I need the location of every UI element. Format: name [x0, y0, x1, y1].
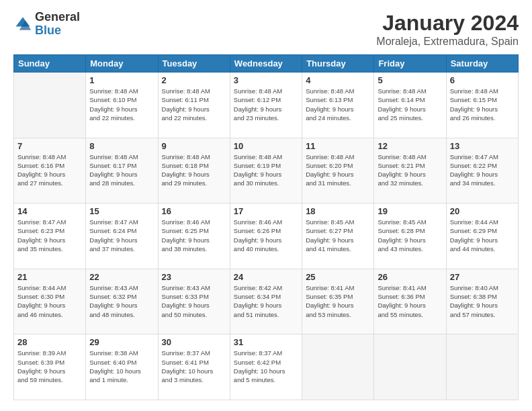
calendar-cell: 13Sunrise: 8:47 AMSunset: 6:22 PMDayligh…: [446, 138, 518, 203]
week-row-0: 1Sunrise: 8:48 AMSunset: 6:10 PMDaylight…: [14, 73, 519, 138]
week-row-4: 28Sunrise: 8:39 AMSunset: 6:39 PMDayligh…: [14, 334, 519, 400]
calendar-cell: 28Sunrise: 8:39 AMSunset: 6:39 PMDayligh…: [14, 334, 86, 400]
day-info: Sunrise: 8:38 AMSunset: 6:40 PMDaylight:…: [89, 349, 154, 384]
day-number: 16: [162, 206, 226, 216]
calendar-cell: 9Sunrise: 8:48 AMSunset: 6:18 PMDaylight…: [158, 138, 230, 203]
calendar-cell: 27Sunrise: 8:40 AMSunset: 6:38 PMDayligh…: [446, 269, 518, 334]
day-info: Sunrise: 8:47 AMSunset: 6:22 PMDaylight:…: [450, 152, 515, 188]
day-info: Sunrise: 8:44 AMSunset: 6:30 PMDaylight:…: [17, 283, 82, 319]
day-header-sunday: Sunday: [14, 55, 86, 73]
day-number: 1: [89, 75, 154, 85]
day-info: Sunrise: 8:43 AMSunset: 6:32 PMDaylight:…: [89, 283, 154, 319]
week-row-1: 7Sunrise: 8:48 AMSunset: 6:16 PMDaylight…: [14, 138, 519, 203]
day-number: 23: [162, 272, 226, 282]
day-info: Sunrise: 8:48 AMSunset: 6:14 PMDaylight:…: [378, 87, 442, 122]
day-number: 7: [17, 141, 82, 151]
calendar-cell: 15Sunrise: 8:47 AMSunset: 6:24 PMDayligh…: [86, 203, 158, 269]
day-number: 17: [234, 206, 298, 216]
day-header-wednesday: Wednesday: [230, 55, 302, 73]
calendar-cell: 31Sunrise: 8:37 AMSunset: 6:42 PMDayligh…: [230, 334, 302, 400]
calendar-cell: 12Sunrise: 8:48 AMSunset: 6:21 PMDayligh…: [374, 138, 446, 203]
calendar-cell: [446, 334, 518, 400]
day-number: 18: [306, 206, 370, 216]
subtitle: Moraleja, Extremadura, Spain: [376, 36, 519, 48]
day-info: Sunrise: 8:39 AMSunset: 6:39 PMDaylight:…: [17, 349, 82, 384]
day-info: Sunrise: 8:44 AMSunset: 6:29 PMDaylight:…: [450, 218, 515, 253]
calendar-cell: 8Sunrise: 8:48 AMSunset: 6:17 PMDaylight…: [86, 138, 158, 203]
day-number: 21: [17, 272, 82, 282]
day-number: 5: [378, 75, 442, 85]
day-info: Sunrise: 8:48 AMSunset: 6:11 PMDaylight:…: [162, 87, 226, 122]
day-info: Sunrise: 8:48 AMSunset: 6:21 PMDaylight:…: [378, 152, 442, 188]
day-info: Sunrise: 8:48 AMSunset: 6:18 PMDaylight:…: [162, 152, 226, 188]
calendar-cell: 20Sunrise: 8:44 AMSunset: 6:29 PMDayligh…: [446, 203, 518, 269]
day-number: 28: [17, 337, 82, 347]
day-number: 14: [17, 206, 82, 216]
calendar-cell: [14, 73, 86, 138]
day-info: Sunrise: 8:45 AMSunset: 6:27 PMDaylight:…: [306, 218, 370, 253]
calendar-cell: 21Sunrise: 8:44 AMSunset: 6:30 PMDayligh…: [14, 269, 86, 334]
calendar-cell: 17Sunrise: 8:46 AMSunset: 6:26 PMDayligh…: [230, 203, 302, 269]
calendar-cell: 3Sunrise: 8:48 AMSunset: 6:12 PMDaylight…: [230, 73, 302, 138]
week-row-3: 21Sunrise: 8:44 AMSunset: 6:30 PMDayligh…: [14, 269, 519, 334]
logo-text: General Blue: [35, 11, 80, 38]
calendar-cell: 14Sunrise: 8:47 AMSunset: 6:23 PMDayligh…: [14, 203, 86, 269]
calendar-cell: 6Sunrise: 8:48 AMSunset: 6:15 PMDaylight…: [446, 73, 518, 138]
day-number: 6: [450, 75, 515, 85]
calendar-cell: 2Sunrise: 8:48 AMSunset: 6:11 PMDaylight…: [158, 73, 230, 138]
day-number: 25: [306, 272, 370, 282]
day-info: Sunrise: 8:41 AMSunset: 6:36 PMDaylight:…: [378, 283, 442, 319]
day-info: Sunrise: 8:48 AMSunset: 6:12 PMDaylight:…: [234, 87, 298, 122]
day-number: 15: [89, 206, 154, 216]
day-info: Sunrise: 8:48 AMSunset: 6:20 PMDaylight:…: [306, 152, 370, 188]
day-number: 27: [450, 272, 515, 282]
calendar-cell: 16Sunrise: 8:46 AMSunset: 6:25 PMDayligh…: [158, 203, 230, 269]
day-info: Sunrise: 8:41 AMSunset: 6:35 PMDaylight:…: [306, 283, 370, 319]
main-title: January 2024: [376, 11, 519, 36]
calendar-cell: 29Sunrise: 8:38 AMSunset: 6:40 PMDayligh…: [86, 334, 158, 400]
day-number: 29: [89, 337, 154, 347]
day-info: Sunrise: 8:45 AMSunset: 6:28 PMDaylight:…: [378, 218, 442, 253]
day-info: Sunrise: 8:47 AMSunset: 6:24 PMDaylight:…: [89, 218, 154, 253]
day-info: Sunrise: 8:40 AMSunset: 6:38 PMDaylight:…: [450, 283, 515, 319]
title-area: January 2024 Moraleja, Extremadura, Spai…: [376, 11, 519, 48]
day-info: Sunrise: 8:48 AMSunset: 6:16 PMDaylight:…: [17, 152, 82, 188]
day-header-thursday: Thursday: [302, 55, 374, 73]
calendar: SundayMondayTuesdayWednesdayThursdayFrid…: [13, 54, 519, 400]
day-number: 4: [306, 75, 370, 85]
header-row: SundayMondayTuesdayWednesdayThursdayFrid…: [14, 55, 519, 73]
calendar-cell: 26Sunrise: 8:41 AMSunset: 6:36 PMDayligh…: [374, 269, 446, 334]
day-number: 11: [306, 141, 370, 151]
calendar-cell: 19Sunrise: 8:45 AMSunset: 6:28 PMDayligh…: [374, 203, 446, 269]
calendar-cell: 23Sunrise: 8:43 AMSunset: 6:33 PMDayligh…: [158, 269, 230, 334]
calendar-cell: 22Sunrise: 8:43 AMSunset: 6:32 PMDayligh…: [86, 269, 158, 334]
day-info: Sunrise: 8:43 AMSunset: 6:33 PMDaylight:…: [162, 283, 226, 319]
calendar-cell: 4Sunrise: 8:48 AMSunset: 6:13 PMDaylight…: [302, 73, 374, 138]
logo-blue: Blue: [35, 24, 80, 38]
calendar-cell: [302, 334, 374, 400]
day-info: Sunrise: 8:48 AMSunset: 6:19 PMDaylight:…: [234, 152, 298, 188]
logo: General Blue: [13, 11, 80, 38]
day-number: 8: [89, 141, 154, 151]
day-info: Sunrise: 8:48 AMSunset: 6:10 PMDaylight:…: [89, 87, 154, 122]
day-number: 20: [450, 206, 515, 216]
day-info: Sunrise: 8:48 AMSunset: 6:13 PMDaylight:…: [306, 87, 370, 122]
page: General Blue January 2024 Moraleja, Extr…: [0, 0, 532, 411]
calendar-cell: 10Sunrise: 8:48 AMSunset: 6:19 PMDayligh…: [230, 138, 302, 203]
logo-general: General: [35, 11, 80, 24]
day-number: 22: [89, 272, 154, 282]
day-info: Sunrise: 8:48 AMSunset: 6:17 PMDaylight:…: [89, 152, 154, 188]
day-number: 30: [162, 337, 226, 347]
day-info: Sunrise: 8:47 AMSunset: 6:23 PMDaylight:…: [17, 218, 82, 253]
day-number: 9: [162, 141, 226, 151]
calendar-cell: [374, 334, 446, 400]
day-header-monday: Monday: [86, 55, 158, 73]
day-number: 19: [378, 206, 442, 216]
day-info: Sunrise: 8:46 AMSunset: 6:26 PMDaylight:…: [234, 218, 298, 253]
calendar-cell: 18Sunrise: 8:45 AMSunset: 6:27 PMDayligh…: [302, 203, 374, 269]
day-number: 3: [234, 75, 298, 85]
calendar-cell: 24Sunrise: 8:42 AMSunset: 6:34 PMDayligh…: [230, 269, 302, 334]
calendar-cell: 25Sunrise: 8:41 AMSunset: 6:35 PMDayligh…: [302, 269, 374, 334]
day-number: 12: [378, 141, 442, 151]
calendar-cell: 5Sunrise: 8:48 AMSunset: 6:14 PMDaylight…: [374, 73, 446, 138]
